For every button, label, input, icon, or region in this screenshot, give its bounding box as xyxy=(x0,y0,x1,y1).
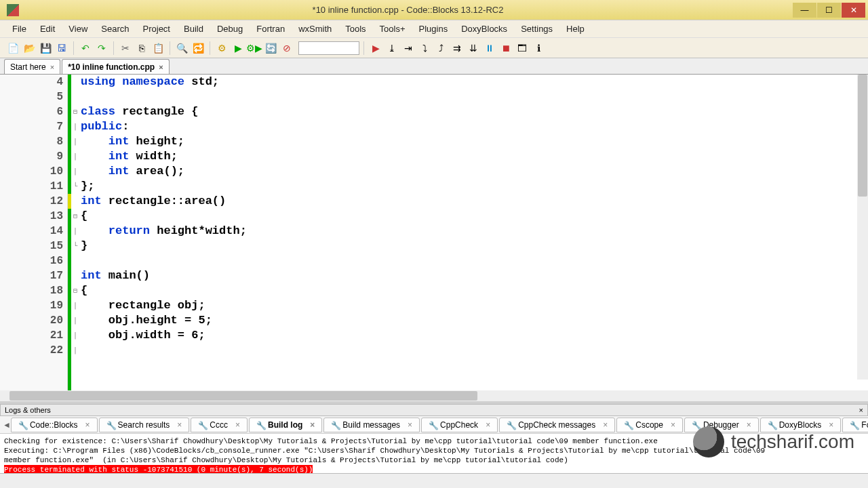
rebuild-button[interactable]: 🔄 xyxy=(263,41,278,56)
replace-button[interactable]: 🔁 xyxy=(191,41,205,56)
code-content[interactable]: using namespace std;class rectangle {pub… xyxy=(79,75,868,390)
main-toolbar: 📄 📂 💾 🖫 ↶ ↷ ✂ ⎘ 📋 🔍 🔁 ⚙ ▶ ⚙▶ 🔄 ⊘ ▶ ⤓ ⇥ ⤵… xyxy=(0,38,868,58)
log-tab-searchresults[interactable]: 🔧Search results× xyxy=(99,418,190,432)
editor-tab-strip: Start here×*10 inline function.cpp× xyxy=(0,58,868,75)
menu-search[interactable]: Search xyxy=(94,22,136,36)
log-tab-icon: 🔧 xyxy=(198,421,206,429)
paste-button[interactable]: 📋 xyxy=(151,41,165,56)
menu-edit[interactable]: Edit xyxy=(33,22,62,36)
new-file-button[interactable]: 📄 xyxy=(5,41,20,56)
step-into-button[interactable]: ⤵ xyxy=(417,41,432,56)
log-tab-close-icon[interactable]: × xyxy=(235,420,240,430)
log-tab-close-icon[interactable]: × xyxy=(85,420,90,430)
step-out-button[interactable]: ⤴ xyxy=(433,41,448,56)
file-tab[interactable]: *10 inline function.cpp× xyxy=(62,59,169,74)
menu-plugins[interactable]: Plugins xyxy=(412,22,455,36)
debug-run-button[interactable]: ▶ xyxy=(368,41,383,56)
log-tab-close-icon[interactable]: × xyxy=(408,420,412,430)
close-button[interactable]: ✕ xyxy=(842,3,865,18)
log-tab-label: Cscope xyxy=(635,420,663,430)
find-button[interactable]: 🔍 xyxy=(174,41,189,56)
watermark-text: techsharif.com xyxy=(731,431,854,453)
build-run-button[interactable]: ⚙▶ xyxy=(247,41,262,56)
build-target-combo[interactable] xyxy=(298,41,359,55)
log-tab-close-icon[interactable]: × xyxy=(603,420,608,430)
status-bar xyxy=(0,473,868,488)
log-tab-label: For xyxy=(861,420,868,430)
redo-button[interactable]: ↷ xyxy=(94,41,109,56)
menu-bar: FileEditViewSearchProjectBuildDebugFortr… xyxy=(0,20,868,38)
log-tab-icon: 🔧 xyxy=(106,421,115,429)
app-icon xyxy=(7,4,19,16)
copy-button[interactable]: ⎘ xyxy=(134,41,149,56)
save-all-button[interactable]: 🖫 xyxy=(54,41,69,56)
undo-button[interactable]: ↶ xyxy=(78,41,93,56)
stop-debug-button[interactable]: ⏹ xyxy=(498,41,513,56)
tab-close-icon[interactable]: × xyxy=(159,63,163,71)
build-log-error-line: Process terminated with status -10737415… xyxy=(4,465,313,473)
log-tab-buildmessages[interactable]: 🔧Build messages× xyxy=(323,418,420,432)
log-tab-icon: 🔧 xyxy=(624,421,632,429)
log-tab-icon: 🔧 xyxy=(256,421,264,429)
log-tab-cccc[interactable]: 🔧Cccc× xyxy=(191,418,248,432)
log-tab-buildlog[interactable]: 🔧Build log× xyxy=(249,418,322,432)
log-tab-cscope[interactable]: 🔧Cscope× xyxy=(616,418,683,432)
menu-help[interactable]: Help xyxy=(559,22,591,36)
info-button[interactable]: ℹ xyxy=(531,41,546,56)
break-button[interactable]: ⏸ xyxy=(482,41,497,56)
log-tab-cppcheckmessages[interactable]: 🔧CppCheck messages× xyxy=(499,418,615,432)
log-tab-icon: 🔧 xyxy=(18,421,26,429)
save-button[interactable]: 💾 xyxy=(38,41,53,56)
menu-fortran[interactable]: Fortran xyxy=(250,22,292,36)
fold-column[interactable]: ⊟||||└⊟|└⊟|||| xyxy=(71,75,79,390)
menu-doxyblocks[interactable]: DoxyBlocks xyxy=(454,22,514,36)
horizontal-scrollbar[interactable] xyxy=(0,390,868,401)
log-tabs-scroll-left[interactable]: ◄ xyxy=(3,420,11,430)
menu-tools[interactable]: Tools+ xyxy=(373,22,412,36)
code-editor[interactable]: 45678910111213141516171819202122 ⊟||||└⊟… xyxy=(0,75,868,390)
log-tab-close-icon[interactable]: × xyxy=(486,420,490,430)
next-line-button[interactable]: ⇥ xyxy=(401,41,416,56)
debug-windows-button[interactable]: 🗔 xyxy=(515,41,530,56)
logs-panel-header[interactable]: Logs & others × xyxy=(0,404,868,416)
run-button[interactable]: ▶ xyxy=(231,41,245,56)
logs-panel-close-icon[interactable]: × xyxy=(859,406,863,414)
step-instr-button[interactable]: ⇊ xyxy=(466,41,481,56)
log-tab-label: Cccc xyxy=(210,420,228,430)
menu-view[interactable]: View xyxy=(62,22,94,36)
log-tab-close-icon[interactable]: × xyxy=(671,420,675,430)
file-tab-label: Start here xyxy=(10,62,46,72)
menu-settings[interactable]: Settings xyxy=(514,22,559,36)
log-tab-icon: 🔧 xyxy=(429,421,437,429)
menu-file[interactable]: File xyxy=(5,22,33,36)
menu-debug[interactable]: Debug xyxy=(210,22,250,36)
tab-close-icon[interactable]: × xyxy=(50,63,54,71)
log-tab-icon: 🔧 xyxy=(331,421,339,429)
file-tab[interactable]: Start here× xyxy=(4,59,60,74)
menu-tools[interactable]: Tools xyxy=(338,22,372,36)
log-tab-label: CppCheck messages xyxy=(518,420,595,430)
title-bar: *10 inline function.cpp - Code::Blocks 1… xyxy=(0,0,868,20)
minimize-button[interactable]: — xyxy=(793,3,816,18)
next-instr-button[interactable]: ⇉ xyxy=(450,41,465,56)
log-tab-label: CppCheck xyxy=(440,420,478,430)
log-tab-close-icon[interactable]: × xyxy=(310,420,315,430)
menu-build[interactable]: Build xyxy=(177,22,210,36)
log-tab-close-icon[interactable]: × xyxy=(177,420,182,430)
run-to-cursor-button[interactable]: ⤓ xyxy=(384,41,399,56)
open-file-button[interactable]: 📂 xyxy=(22,41,37,56)
vertical-scrollbar[interactable] xyxy=(857,75,868,380)
cut-button[interactable]: ✂ xyxy=(118,41,133,56)
log-tab-codeblocks[interactable]: 🔧Code::Blocks× xyxy=(11,418,98,432)
menu-wxsmith[interactable]: wxSmith xyxy=(292,22,338,36)
log-tab-cppcheck[interactable]: 🔧CppCheck× xyxy=(421,418,498,432)
line-number-gutter: 45678910111213141516171819202122 xyxy=(0,75,68,390)
build-button[interactable]: ⚙ xyxy=(214,41,229,56)
maximize-button[interactable]: ☐ xyxy=(817,3,841,18)
abort-button[interactable]: ⊘ xyxy=(279,41,294,56)
menu-project[interactable]: Project xyxy=(136,22,177,36)
window-controls: — ☐ ✕ xyxy=(793,3,865,18)
log-tab-icon: 🔧 xyxy=(507,421,515,429)
log-tab-label: Build log xyxy=(268,420,302,430)
log-tab-label: Build messages xyxy=(342,420,400,430)
